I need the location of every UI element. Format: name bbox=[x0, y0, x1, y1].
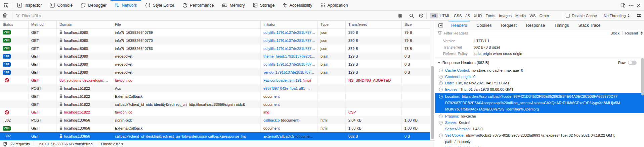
tab-storage[interactable]: Storage bbox=[249, 0, 279, 10]
raw-toggle[interactable] bbox=[628, 61, 637, 65]
block-requests-button[interactable] bbox=[419, 11, 423, 20]
header-row-expires[interactable]: ?Expires:Thu, 01 Jan 1970 00:00:00 GMT bbox=[435, 86, 644, 93]
request-row[interactable]: 200GETlocalhost:33656ExternalCallbackdoc… bbox=[0, 124, 430, 132]
tab-performance[interactable]: Performance bbox=[178, 0, 218, 10]
disable-cache-checkbox[interactable]: Disable Cache bbox=[566, 11, 597, 20]
type-filter-js[interactable]: JS bbox=[464, 13, 472, 18]
header-row-cache-control[interactable]: ?Cache-Control:no-store, no-cache, max-a… bbox=[435, 67, 644, 74]
request-row[interactable]: 200GETlocalhost:8080info?t=1635826640770… bbox=[0, 36, 430, 45]
details-tab-cookies[interactable]: Cookies bbox=[472, 21, 496, 30]
tab-application[interactable]: Application bbox=[316, 0, 352, 10]
initiator-link[interactable]: callback:5 bbox=[263, 118, 280, 122]
column-header-file[interactable]: File bbox=[112, 21, 261, 28]
request-row[interactable]: 302POSTlocalhost:33656signin-oidccallbac… bbox=[0, 116, 430, 124]
close-devtools-button[interactable] bbox=[637, 3, 641, 7]
type-filter-html[interactable]: HTML bbox=[438, 13, 452, 18]
header-row-server-version[interactable]: Server-Version:1.43.0 bbox=[435, 126, 644, 132]
clear-requests-button[interactable] bbox=[3, 11, 7, 20]
throttling-select[interactable]: No Throttling bbox=[604, 11, 630, 20]
type-filter-images[interactable]: Images bbox=[497, 13, 513, 18]
column-header-size[interactable]: Size bbox=[402, 21, 430, 28]
type-filter-css[interactable]: CSS bbox=[452, 13, 464, 18]
header-row-content-length[interactable]: ?Content-Length:0 bbox=[435, 74, 644, 80]
initiator-link[interactable]: ExternalCallback:5 bbox=[263, 134, 294, 138]
tab-network[interactable]: Network bbox=[111, 0, 141, 10]
header-row-server[interactable]: ?Server:Kestrel bbox=[435, 120, 644, 126]
column-header-method[interactable]: Method bbox=[29, 21, 57, 28]
search-button[interactable] bbox=[409, 11, 414, 20]
header-help-icon[interactable]: ? bbox=[439, 81, 443, 85]
scrollbar-thumb[interactable] bbox=[431, 66, 434, 139]
type-filter-ws[interactable]: WS bbox=[528, 13, 538, 18]
type-filter-media[interactable]: Media bbox=[514, 13, 527, 18]
request-row[interactable]: 200GETlocalhost:8080info?t=1635826640769… bbox=[0, 28, 430, 36]
request-row[interactable]: 101GETlocalhost:8080websocketpolyfills.1… bbox=[0, 60, 430, 68]
block-url-button[interactable]: Block bbox=[608, 31, 622, 35]
request-row[interactable]: POSTlocalhost:51822Acse957f897-042e-4ba1… bbox=[0, 84, 430, 92]
type-filter-all[interactable]: All bbox=[430, 13, 438, 18]
column-header-type[interactable]: Type bbox=[318, 21, 346, 28]
lock-icon bbox=[59, 94, 62, 98]
request-row[interactable]: 302GETlocalhost:33656callback?client_id=… bbox=[0, 132, 430, 140]
request-row[interactable]: GET8bit-solutions-dev.onelogin….favicon.… bbox=[0, 76, 430, 84]
header-help-icon[interactable]: ? bbox=[439, 115, 443, 118]
header-help-icon[interactable]: ? bbox=[439, 121, 443, 125]
type-filter-xhr[interactable]: XHR bbox=[472, 13, 483, 18]
request-row[interactable]: GETlocalhost:51822favicon.icoimgCSP bbox=[0, 108, 430, 116]
type-filter-fonts[interactable]: Fonts bbox=[484, 13, 497, 18]
initiator-link[interactable]: FaviconLoader.jsm:191 bbox=[263, 78, 302, 82]
header-help-icon[interactable]: ? bbox=[439, 88, 443, 91]
header-help-icon[interactable]: ? bbox=[439, 95, 443, 98]
request-row[interactable]: 101GETlocalhost:8080websocketvendor.1791… bbox=[0, 68, 430, 76]
column-header-initiator[interactable]: Initiator bbox=[261, 21, 318, 28]
tab-memory[interactable]: Memory bbox=[218, 0, 249, 10]
header-help-icon[interactable]: ? bbox=[439, 75, 443, 79]
header-row-location[interactable]: ?Location:bitwarden://sso-callback?code=… bbox=[435, 93, 644, 113]
details-tab-stack-trace[interactable]: Stack Trace bbox=[574, 21, 605, 30]
header-row-date[interactable]: ?Date:Tue, 02 Nov 2021 04:17:21 GMT bbox=[435, 80, 644, 86]
initiator-link[interactable]: polyfills.1791b137de281b787… bbox=[263, 47, 315, 51]
header-help-icon[interactable]: ? bbox=[439, 69, 443, 72]
tab-debugger[interactable]: Debugger bbox=[77, 0, 111, 10]
performance-analysis-button[interactable] bbox=[3, 142, 7, 146]
request-list-scrollbar[interactable] bbox=[430, 21, 434, 140]
url-filter-input[interactable]: Filter URLs bbox=[16, 11, 41, 20]
network-settings-button[interactable] bbox=[636, 11, 641, 20]
resend-button[interactable]: Resend bbox=[622, 31, 641, 35]
tab-console[interactable]: Console bbox=[46, 0, 77, 10]
details-tab-timings[interactable]: Timings bbox=[550, 21, 573, 30]
column-header-domain[interactable]: Domain bbox=[57, 21, 112, 28]
split-console-toggle-button[interactable] bbox=[435, 21, 446, 30]
request-row[interactable]: GETlocalhost:51822ExternalCallbackdocume… bbox=[0, 92, 430, 100]
column-header-transferred[interactable]: Transferred bbox=[346, 21, 402, 28]
initiator-link[interactable]: theme_head.1791b137de281… bbox=[263, 54, 315, 58]
initiator-link[interactable]: polyfills.1791b137de281b787… bbox=[263, 62, 315, 66]
details-scrollbar-thumb[interactable] bbox=[641, 58, 644, 95]
cell-transferred: 2.04 KB bbox=[346, 116, 402, 124]
pick-element-button[interactable] bbox=[0, 0, 13, 10]
response-headers-section[interactable]: Response Headers (662 B) Raw bbox=[435, 58, 644, 67]
type-filter-other[interactable]: Other bbox=[538, 13, 551, 18]
header-help-icon[interactable]: ? bbox=[439, 134, 443, 137]
header-row-x-rate-limit-limit[interactable]: X-Rate-Limit-Limit:1m bbox=[435, 145, 644, 147]
header-row-set-cookie[interactable]: ?Set-Cookie:idsrv=adf6cba1-7075-402b-9ec… bbox=[435, 132, 644, 145]
pause-traffic-button[interactable] bbox=[398, 11, 402, 20]
responsive-design-mode-button[interactable] bbox=[620, 3, 626, 8]
details-tab-headers[interactable]: Headers bbox=[446, 21, 472, 30]
devtools-menu-button[interactable] bbox=[629, 5, 634, 6]
details-tab-request[interactable]: Request bbox=[496, 21, 521, 30]
initiator-link[interactable]: polyfills.1791b137de281b787… bbox=[263, 39, 315, 43]
request-row[interactable]: 101GETlocalhost:8080websockettheme_head.… bbox=[0, 53, 430, 61]
tab-inspector[interactable]: Inspector bbox=[13, 0, 46, 10]
column-header-status[interactable]: Status bbox=[0, 21, 29, 28]
header-row-pragma[interactable]: ?Pragma:no-cache bbox=[435, 113, 644, 120]
tab-accessibility[interactable]: Accessibility bbox=[278, 0, 316, 10]
details-tab-response[interactable]: Response bbox=[521, 21, 550, 30]
request-row[interactable]: GETlocalhost:51822callback?client_id=oid… bbox=[0, 100, 430, 108]
initiator-link[interactable]: vendor.1791b137de281b787… bbox=[263, 70, 314, 74]
request-row[interactable]: 200GETlocalhost:8080info?t=1635826640783… bbox=[0, 45, 430, 53]
initiator-link[interactable]: polyfills.1791b137de281b787… bbox=[263, 30, 315, 34]
initiator-suffix: (img) bbox=[302, 78, 311, 82]
initiator-link[interactable]: e957f897-042e-4ba1-aff1-… bbox=[263, 86, 310, 90]
tab-style-editor[interactable]: Style Editor bbox=[141, 0, 178, 10]
